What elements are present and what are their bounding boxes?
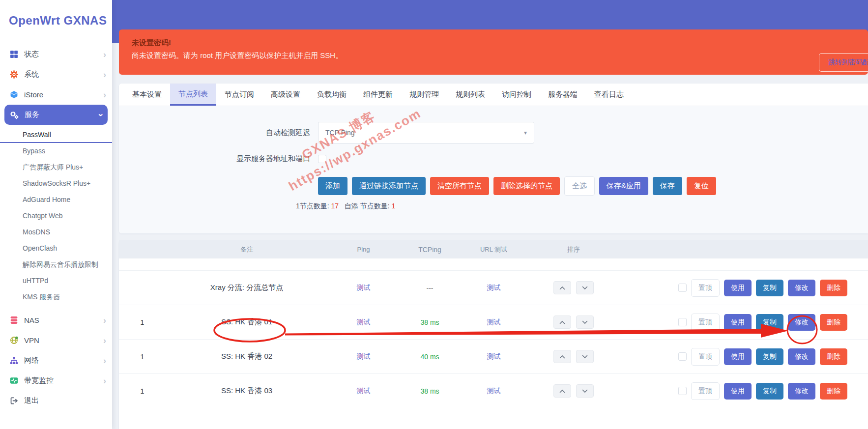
url-test-link[interactable]: 测试 (487, 352, 501, 360)
delete-button[interactable]: 删除 (820, 280, 847, 296)
sidebar-subitem-mosdns[interactable]: MosDNS (0, 224, 112, 240)
banner-body: 尚未设置密码。请为 root 用户设置密码以保护主机并启用 SSH。 (132, 51, 855, 60)
move-down-button[interactable] (576, 315, 594, 329)
ping-test-link[interactable]: 测试 (357, 318, 371, 326)
move-down-button[interactable] (576, 281, 594, 294)
sidebar-subitem-uhttpd[interactable]: uHTTPd (0, 273, 112, 289)
row-checkbox[interactable] (678, 387, 687, 395)
tab-bar: 基本设置 节点列表 节点订阅 高级设置 负载均衡 组件更新 规则管理 规则列表 … (119, 84, 868, 106)
sidebar-item-vpn[interactable]: VPN › (0, 330, 112, 350)
move-down-button[interactable] (576, 350, 594, 363)
tab-node-subscribe[interactable]: 节点订阅 (216, 84, 262, 106)
node-count-value: 17 (331, 202, 339, 210)
delete-button[interactable]: 删除 (820, 383, 847, 400)
pin-button[interactable]: 置顶 (691, 348, 720, 366)
sidebar: OpenWrt GXNAS 状态 › 系统 › iStore › 服务 › (0, 0, 112, 429)
edit-button[interactable]: 修改 (788, 348, 815, 365)
pin-button[interactable]: 置顶 (691, 314, 720, 331)
row-checkbox[interactable] (678, 284, 687, 292)
sidebar-subitem-unlock-netease[interactable]: 解除网易云音乐播放限制 (0, 257, 112, 273)
show-address-checkbox[interactable] (318, 155, 326, 163)
edit-button[interactable]: 修改 (788, 383, 815, 400)
edit-button[interactable]: 修改 (788, 280, 815, 296)
ping-test-link[interactable]: 测试 (357, 352, 371, 360)
use-button[interactable]: 使用 (724, 348, 752, 365)
delete-button[interactable]: 删除 (820, 348, 847, 365)
url-test-link[interactable]: 测试 (487, 318, 501, 326)
clear-all-nodes-button[interactable]: 清空所有节点 (430, 177, 489, 195)
sidebar-item-system[interactable]: 系统 › (0, 64, 112, 85)
tcping-value: 40 ms (399, 353, 461, 361)
sidebar-subitem-bypass[interactable]: Bypass (0, 143, 112, 159)
sidebar-item-nas[interactable]: NAS › (0, 310, 112, 330)
database-icon (9, 316, 19, 325)
password-warning-banner: 未设置密码! 尚未设置密码。请为 root 用户设置密码以保护主机并启用 SSH… (119, 29, 868, 75)
sidebar-subitem-openclash[interactable]: OpenClash (0, 240, 112, 257)
sidebar-item-istore[interactable]: iStore › (0, 85, 112, 105)
node-remark: SS: HK 香港 03 (166, 386, 328, 396)
node-remark: SS: HK 香港 01 (166, 317, 328, 327)
sidebar-item-services[interactable]: 服务 › (4, 105, 108, 125)
reset-button[interactable]: 复位 (687, 177, 716, 195)
ping-test-link[interactable]: 测试 (357, 284, 371, 291)
delay-test-select[interactable]: TCP Ping ▾ (318, 122, 534, 143)
ping-test-link[interactable]: 测试 (357, 387, 371, 395)
globe-icon (9, 336, 19, 345)
pin-button[interactable]: 置顶 (691, 279, 720, 297)
add-button[interactable]: 添加 (318, 177, 347, 195)
tab-component-update[interactable]: 组件更新 (355, 84, 401, 106)
select-all-button[interactable]: 全选 (564, 176, 595, 196)
pin-button[interactable]: 置顶 (691, 382, 720, 400)
copy-button[interactable]: 复制 (756, 280, 783, 296)
url-test-link[interactable]: 测试 (487, 387, 501, 395)
sidebar-subitem-chatgpt-web[interactable]: Chatgpt Web (0, 208, 112, 224)
goto-password-config-button[interactable]: 跳转到密码配置 (819, 53, 868, 72)
tab-server-side[interactable]: 服务器端 (540, 84, 586, 106)
row-checkbox[interactable] (678, 352, 687, 361)
grid-icon (9, 50, 19, 59)
save-button[interactable]: 保存 (653, 177, 682, 195)
node-count-line: 1节点数量: 17 自添 节点数量: 1 (296, 202, 868, 211)
copy-button[interactable]: 复制 (756, 348, 783, 365)
sidebar-subitem-adblock-plus[interactable]: 广告屏蔽大师 Plus+ (0, 159, 112, 175)
header-url-test: URL 测试 (461, 245, 527, 254)
sidebar-item-network[interactable]: 网络 › (0, 350, 112, 371)
move-down-button[interactable] (576, 384, 594, 398)
sidebar-item-bandwidth-monitor[interactable]: 带宽监控 › (0, 371, 112, 391)
sidebar-subitem-adguard-home[interactable]: AdGuard Home (0, 192, 112, 208)
tab-view-log[interactable]: 查看日志 (586, 84, 632, 106)
copy-button[interactable]: 复制 (756, 383, 783, 400)
use-button[interactable]: 使用 (724, 383, 752, 400)
move-up-button[interactable] (553, 384, 571, 398)
copy-button[interactable]: 复制 (756, 314, 783, 331)
chevron-down-icon: › (97, 114, 106, 116)
move-up-button[interactable] (553, 281, 571, 294)
tab-load-balancing[interactable]: 负载均衡 (309, 84, 355, 106)
tab-basic-settings[interactable]: 基本设置 (124, 84, 170, 106)
tab-rule-manage[interactable]: 规则管理 (401, 84, 447, 106)
main-content: 未设置密码! 尚未设置密码。请为 root 用户设置密码以保护主机并启用 SSH… (112, 0, 868, 429)
tab-advanced-settings[interactable]: 高级设置 (262, 84, 309, 106)
delete-button[interactable]: 删除 (820, 314, 847, 331)
url-test-link[interactable]: 测试 (487, 284, 501, 291)
sidebar-item-status[interactable]: 状态 › (0, 44, 112, 64)
save-apply-button[interactable]: 保存&应用 (599, 177, 648, 195)
delete-selected-nodes-button[interactable]: 删除选择的节点 (493, 177, 560, 195)
row-checkbox[interactable] (678, 318, 687, 326)
sidebar-item-logout[interactable]: 退出 (0, 391, 112, 411)
tab-access-control[interactable]: 访问控制 (493, 84, 540, 106)
use-button[interactable]: 使用 (724, 280, 752, 296)
node-remark: SS: HK 香港 02 (166, 352, 328, 361)
sidebar-subitem-passwall[interactable]: PassWall (0, 127, 112, 143)
sidebar-subitem-kms[interactable]: KMS 服务器 (0, 289, 112, 305)
tab-rule-list[interactable]: 规则列表 (447, 84, 493, 106)
tab-node-list[interactable]: 节点列表 (170, 84, 216, 106)
move-up-button[interactable] (553, 350, 571, 363)
network-icon (9, 356, 19, 365)
use-button[interactable]: 使用 (724, 314, 752, 331)
monitor-icon (9, 376, 19, 385)
add-via-link-button[interactable]: 通过链接添加节点 (352, 177, 426, 195)
move-up-button[interactable] (553, 315, 571, 329)
edit-button[interactable]: 修改 (788, 314, 815, 331)
sidebar-subitem-ssr-plus[interactable]: ShadowSocksR Plus+ (0, 175, 112, 192)
